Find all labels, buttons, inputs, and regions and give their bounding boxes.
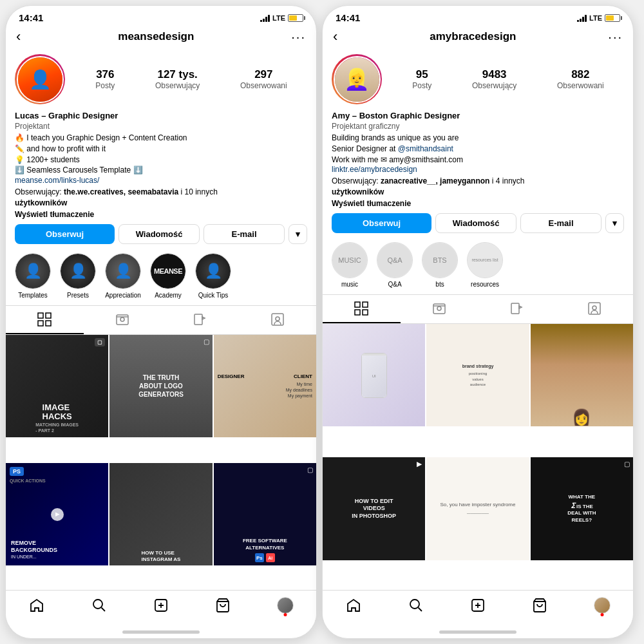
svg-rect-7 bbox=[194, 314, 202, 325]
tab-reels-right[interactable] bbox=[401, 295, 478, 323]
back-button-right[interactable]: ‹ bbox=[333, 28, 337, 45]
profile-stats-right: 95 Posty 9483 Obserwujący 882 Obserwowan… bbox=[392, 68, 624, 90]
grid-cell-amy-3[interactable]: 👩 bbox=[531, 324, 633, 426]
avatar-container-left[interactable]: 👤 bbox=[15, 54, 65, 104]
bio-translate-left[interactable]: Wyświetl tłumaczenie bbox=[15, 210, 307, 219]
tab-grid-right[interactable] bbox=[323, 295, 401, 323]
grid-cell-3[interactable]: DESIGNERCLIENT My time My deadlines My p… bbox=[214, 335, 316, 437]
grid-cell-amy-5[interactable]: So, you have imposter syndrome ────── bbox=[426, 457, 529, 560]
nav-profile-left[interactable] bbox=[272, 596, 298, 615]
highlight-circle-templates: 👤 bbox=[15, 253, 51, 289]
highlight-circle-music: MUSIC bbox=[332, 242, 368, 278]
grid-cell-amy-1[interactable]: UI bbox=[323, 324, 425, 426]
active-dot-left bbox=[283, 613, 287, 616]
tab-igtv-left[interactable] bbox=[161, 306, 239, 334]
stat-followers-right: 9483 Obserwujący bbox=[472, 68, 516, 90]
post-tabs-right bbox=[323, 294, 633, 324]
stat-following-right: 882 Obserwowani bbox=[557, 68, 604, 90]
svg-rect-8 bbox=[272, 314, 283, 325]
tab-tagged-left[interactable] bbox=[239, 306, 317, 334]
bio-name-left: Lucas – Graphic Designer bbox=[15, 111, 307, 120]
more-button-dropdown-left[interactable]: ▾ bbox=[289, 224, 307, 244]
avatar-right: 👱‍♀️ bbox=[334, 56, 381, 103]
nav-shop-left[interactable] bbox=[210, 596, 236, 615]
right-phone: 14:41 LTE ‹ amybracedesign ··· 👱‍♀️ bbox=[322, 5, 634, 639]
posts-label-right: Posty bbox=[412, 81, 431, 90]
tab-grid-left[interactable] bbox=[6, 306, 84, 334]
following-count-left: 297 bbox=[254, 68, 272, 81]
highlight-appreciation[interactable]: 👤 Appreciation bbox=[105, 253, 141, 299]
grid-cell-amy-4[interactable]: ▶ HOW TO EDITVIDEOSIN PHOTOSHOP bbox=[323, 457, 425, 560]
highlight-quick-tips[interactable]: 👤 Quick Tips bbox=[195, 253, 231, 299]
profile-bio-right: Amy – Boston Graphic Designer Projektant… bbox=[332, 111, 624, 213]
grid-cell-4[interactable]: Ps Quick Actions REMOVEBACKGROUNDSIN UND… bbox=[6, 463, 108, 565]
avatar-container-right[interactable]: 👱‍♀️ bbox=[332, 54, 382, 104]
grid-cell-amy-2[interactable]: brand strategy positioning values audien… bbox=[426, 324, 529, 426]
bio-following-right: Obserwujący: zanacreative__, jameygannon… bbox=[332, 176, 624, 198]
grid-cell-amy-6[interactable]: ▢ WHAT THEʃ IS THEDEAL WITHREELS? bbox=[531, 457, 633, 560]
status-icons-right: LTE bbox=[577, 14, 620, 22]
highlight-bts[interactable]: BTS bts bbox=[422, 242, 458, 288]
email-button-right[interactable]: E-mail bbox=[520, 213, 601, 233]
posts-label-left: Posty bbox=[95, 81, 115, 90]
nav-home-left[interactable] bbox=[24, 596, 50, 615]
highlight-academy[interactable]: MEANSE Academy bbox=[150, 253, 186, 299]
highlight-music[interactable]: MUSIC music bbox=[332, 242, 368, 288]
highlight-presets[interactable]: 👤 Presets bbox=[60, 253, 96, 299]
nav-search-left[interactable] bbox=[86, 596, 112, 615]
highlight-label-resources: resources bbox=[471, 281, 499, 288]
username-right: amybracedesign bbox=[430, 30, 516, 43]
message-button-left[interactable]: Wiadomość bbox=[118, 224, 200, 244]
posts-count-left: 376 bbox=[96, 68, 114, 81]
highlight-circle-academy: MEANSE bbox=[150, 253, 186, 289]
grid-cell-1[interactable]: ▢ IMAGEHACKS MATCHING IMAGES- PART 2 bbox=[6, 335, 108, 437]
highlight-label-presets: Presets bbox=[67, 292, 89, 299]
active-dot-right bbox=[600, 613, 603, 616]
grid-cell-6[interactable]: ▢ FREE SOFTWAREALTERNATIVES Ps Ai bbox=[214, 463, 316, 565]
highlight-label-appreciation: Appreciation bbox=[105, 292, 141, 299]
message-button-right[interactable]: Wiadomość bbox=[435, 213, 516, 233]
svg-rect-0 bbox=[38, 313, 43, 318]
svg-rect-18 bbox=[355, 310, 360, 315]
posts-count-right: 95 bbox=[416, 68, 428, 81]
battery-icon bbox=[288, 14, 303, 22]
tab-tagged-right[interactable] bbox=[556, 295, 634, 323]
back-button-left[interactable]: ‹ bbox=[16, 28, 21, 45]
follow-button-right[interactable]: Obserwuj bbox=[332, 213, 431, 233]
highlight-resources[interactable]: resources list resources bbox=[467, 242, 503, 288]
highlights-left: 👤 Templates 👤 Presets 👤 bbox=[15, 251, 307, 305]
bio-job-right: Projektant graficzny bbox=[332, 122, 624, 131]
battery-icon-right bbox=[605, 14, 620, 22]
nav-shop-right[interactable] bbox=[527, 596, 553, 615]
nav-home-right[interactable] bbox=[341, 596, 366, 615]
bio-name-right: Amy – Boston Graphic Designer bbox=[332, 111, 624, 120]
bio-text-right: Building brands as unique as you are Sen… bbox=[332, 133, 624, 165]
nav-add-left[interactable] bbox=[148, 596, 174, 615]
svg-line-11 bbox=[101, 608, 105, 612]
more-button-left[interactable]: ··· bbox=[291, 30, 306, 44]
followers-count-right: 9483 bbox=[482, 68, 507, 81]
more-button-dropdown-right[interactable]: ▾ bbox=[605, 213, 624, 233]
email-button-left[interactable]: E-mail bbox=[204, 224, 285, 244]
bio-link-left[interactable]: meanse.com/links-lucas/ bbox=[15, 176, 307, 185]
bio-link-right[interactable]: linktr.ee/amybracedesign bbox=[332, 165, 624, 174]
highlight-circle-qa: Q&A bbox=[377, 242, 413, 278]
highlight-qa[interactable]: Q&A Q&A bbox=[377, 242, 413, 288]
highlight-circle-appreciation: 👤 bbox=[105, 253, 141, 289]
grid-cell-2[interactable]: ▢ THE TRUTHABOUT LOGOGENERATORS bbox=[109, 335, 212, 437]
tab-reels-left[interactable] bbox=[84, 306, 162, 334]
svg-rect-1 bbox=[46, 313, 51, 318]
nav-add-right[interactable] bbox=[465, 596, 491, 615]
follow-button-left[interactable]: Obserwuj bbox=[15, 224, 115, 244]
stat-posts-right: 95 Posty bbox=[412, 68, 431, 90]
nav-search-right[interactable] bbox=[403, 596, 429, 615]
profile-bio-left: Lucas – Graphic Designer Projektant 🔥 I … bbox=[15, 111, 307, 224]
nav-profile-right[interactable] bbox=[589, 596, 615, 615]
bio-translate-right[interactable]: Wyświetl tłumaczenie bbox=[332, 199, 624, 208]
highlight-templates[interactable]: 👤 Templates bbox=[15, 253, 51, 299]
tab-igtv-right[interactable] bbox=[478, 295, 556, 323]
grid-cell-5[interactable]: HOW TO USEINSTAGRAM AS bbox=[109, 463, 212, 565]
svg-rect-19 bbox=[363, 310, 368, 315]
more-button-right[interactable]: ··· bbox=[608, 30, 623, 44]
svg-rect-3 bbox=[46, 321, 51, 326]
